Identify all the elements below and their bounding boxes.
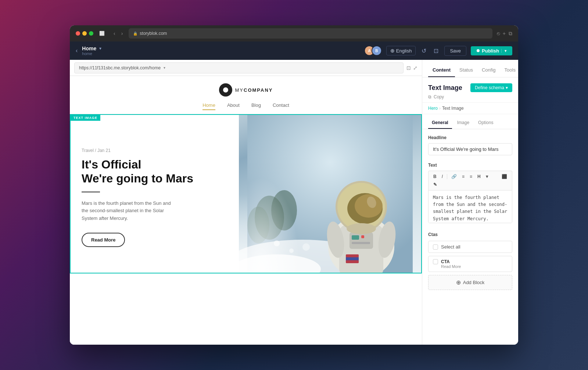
- select-all-label: Select all: [441, 244, 460, 250]
- tab-tools[interactable]: Tools: [500, 64, 518, 77]
- browser-chrome: ⬜ ‹ › 🔒 storyblok.com ⎋ + ⧉: [70, 25, 518, 41]
- cta-checkbox[interactable]: [433, 259, 438, 264]
- tab-content[interactable]: Content: [428, 64, 455, 77]
- browser-address-bar[interactable]: 🔒 storyblok.com: [129, 28, 492, 39]
- url-dropdown-icon[interactable]: ▾: [164, 66, 165, 70]
- nav-item-about[interactable]: About: [227, 102, 240, 110]
- svg-rect-27: [247, 115, 313, 273]
- forward-nav-button[interactable]: ›: [120, 30, 125, 37]
- page-title-dropdown[interactable]: ▾: [99, 46, 101, 51]
- more-options-button[interactable]: ✎: [431, 181, 439, 188]
- desktop-view-icon[interactable]: ⊡: [406, 65, 411, 71]
- extensions-icon[interactable]: ⧉: [509, 30, 512, 37]
- cta-item-details: CTA Read More: [441, 259, 461, 269]
- right-panel: Content Status Config Tools Text Image D…: [422, 60, 518, 345]
- copy-row[interactable]: ⧉ Copy: [428, 94, 512, 99]
- breadcrumb-parent[interactable]: Hero: [428, 106, 438, 111]
- copy-icon: ⧉: [428, 94, 431, 99]
- breadcrumb-current: Text Image: [442, 106, 464, 111]
- traffic-lights: [76, 31, 93, 36]
- logo-circle: [219, 83, 232, 97]
- cta-value: Read More: [441, 264, 461, 269]
- nav-item-home[interactable]: Home: [202, 102, 215, 110]
- add-icon: ⊕: [456, 279, 461, 286]
- add-block-label: Add Block: [463, 280, 485, 285]
- hero-section: TEXT IMAGE Travel / Jan 21 It's Official…: [70, 114, 422, 273]
- language-label: English: [396, 48, 412, 54]
- save-button[interactable]: Save: [444, 46, 466, 56]
- history-button[interactable]: ⊡: [432, 46, 440, 56]
- dropdown-icon: ▾: [506, 85, 508, 90]
- breadcrumb: Hero › Text Image: [422, 103, 518, 114]
- sub-tab-options[interactable]: Options: [474, 118, 497, 129]
- hero-content: Travel / Jan 21 It's Official We're goin…: [71, 115, 421, 273]
- link-button[interactable]: 🔗: [449, 173, 459, 180]
- new-tab-icon[interactable]: +: [503, 30, 506, 37]
- sidebar-icon: ⬜: [99, 31, 105, 36]
- close-button[interactable]: [76, 31, 80, 36]
- headline-field-group: Headline: [428, 135, 512, 155]
- lock-icon: 🔒: [133, 32, 137, 36]
- bold-button[interactable]: B: [431, 173, 438, 180]
- back-nav-button[interactable]: ‹: [112, 30, 117, 37]
- hero-body-text: Mars is the fourth planet from the Sun a…: [82, 200, 177, 222]
- panel-header: Text Image Define schema ▾ ⧉ Copy: [422, 77, 518, 103]
- hero-left: Travel / Jan 21 It's Official We're goin…: [71, 115, 239, 273]
- panel-tabs: Content Status Config Tools: [422, 60, 518, 77]
- nav-item-blog[interactable]: Blog: [251, 102, 261, 110]
- page-title: Home: [82, 46, 96, 51]
- device-toggle: ⊡ ⤢: [406, 65, 417, 71]
- avatar-2: B: [372, 46, 382, 56]
- breadcrumb-separator: ›: [439, 106, 441, 111]
- ordered-list-button[interactable]: ≡: [468, 173, 474, 180]
- select-all-checkbox[interactable]: [433, 244, 438, 250]
- define-schema-label: Define schema: [475, 85, 504, 90]
- tab-config[interactable]: Config: [477, 64, 500, 77]
- text-label: Text: [428, 163, 512, 168]
- preview-url-bar[interactable]: https://11f131sbc.me.storyblok.com/home …: [74, 62, 404, 73]
- publish-status-dot: [477, 49, 480, 52]
- ctas-field-group: Ctas Select all CTA Read More ⊕: [428, 232, 512, 290]
- hero-divider: [82, 192, 100, 192]
- site-menu: Home About Blog Contact: [202, 102, 289, 110]
- minimize-button[interactable]: [82, 31, 87, 36]
- svg-rect-15: [361, 235, 364, 238]
- nav-item-contact[interactable]: Contact: [273, 102, 289, 110]
- heading-dropdown[interactable]: ▾: [484, 173, 490, 180]
- copy-label: Copy: [434, 94, 444, 99]
- rich-text-toolbar: B I 🔗 ≡ ≡ H ▾ ⬛ ✎: [428, 171, 512, 190]
- define-schema-button[interactable]: Define schema ▾: [470, 83, 512, 92]
- svg-rect-25: [346, 257, 359, 260]
- tab-status[interactable]: Status: [455, 64, 477, 77]
- sub-tab-image[interactable]: Image: [453, 118, 473, 129]
- rich-text-input[interactable]: Mars is the fourth planet from the Sun a…: [428, 190, 512, 223]
- add-block-button[interactable]: ⊕ Add Block: [428, 275, 512, 290]
- main-area: https://11f131sbc.me.storyblok.com/home …: [70, 60, 518, 345]
- publish-button[interactable]: Publish ▾: [471, 46, 512, 55]
- hero-right-image: [239, 115, 421, 273]
- svg-rect-14: [352, 235, 359, 240]
- align-button[interactable]: ⬛: [500, 173, 509, 180]
- logo-inner: [223, 87, 228, 92]
- sub-tab-general[interactable]: General: [428, 118, 452, 129]
- share-icon[interactable]: ⎋: [497, 30, 500, 37]
- cta-item: CTA Read More: [428, 256, 512, 272]
- read-more-button[interactable]: Read More: [82, 233, 125, 247]
- unordered-list-button[interactable]: ≡: [460, 173, 466, 180]
- language-button[interactable]: ⊕ English: [386, 46, 416, 55]
- select-all-row: Select all: [428, 241, 512, 253]
- headline-input[interactable]: [428, 143, 512, 155]
- window-controls: ⬜: [99, 31, 105, 36]
- heading-button[interactable]: H: [476, 173, 483, 180]
- publish-label: Publish: [482, 48, 499, 54]
- back-button[interactable]: ‹: [76, 47, 78, 54]
- fullscreen-icon[interactable]: ⤢: [413, 65, 417, 71]
- publish-dropdown-icon[interactable]: ▾: [501, 49, 506, 53]
- undo-button[interactable]: ↺: [420, 46, 428, 56]
- browser-nav: ‹ ›: [112, 30, 124, 37]
- svg-rect-16: [352, 242, 370, 244]
- svg-rect-24: [346, 254, 359, 257]
- maximize-button[interactable]: [89, 31, 93, 36]
- toolbar-separator-1: [447, 174, 447, 179]
- italic-button[interactable]: I: [440, 173, 445, 180]
